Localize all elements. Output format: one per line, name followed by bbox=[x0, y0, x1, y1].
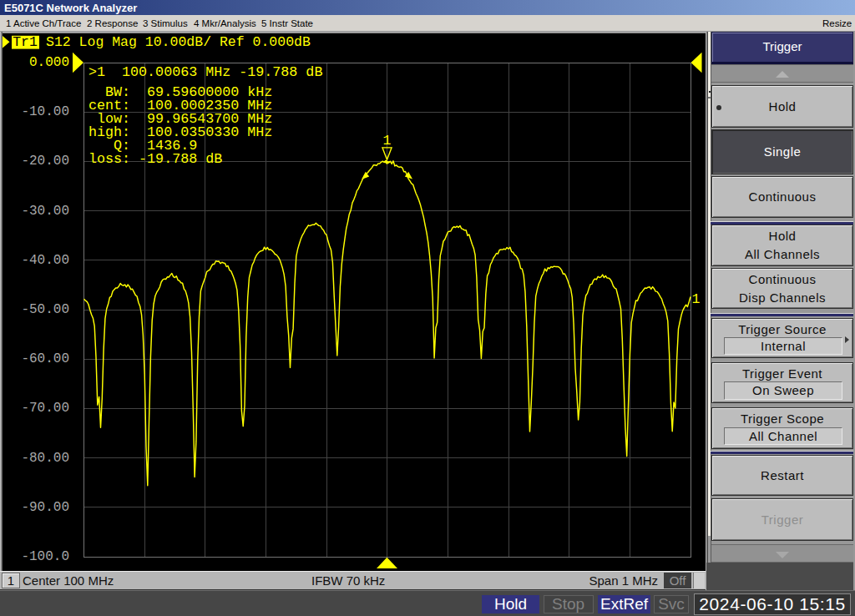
svg-text:-30.00: -30.00 bbox=[21, 204, 69, 219]
svg-text:>1 100.00063 MHz -19.788 dB: >1 100.00063 MHz -19.788 dB bbox=[89, 64, 322, 80]
svg-text:-70.00: -70.00 bbox=[21, 401, 69, 416]
svg-text:loss: -19.788 dB: loss: -19.788 dB bbox=[89, 151, 222, 167]
svg-text:-90.00: -90.00 bbox=[21, 500, 69, 515]
svg-text:-100.0: -100.0 bbox=[21, 549, 69, 564]
svg-text:Tr1: Tr1 bbox=[13, 34, 38, 50]
svg-text:-80.00: -80.00 bbox=[21, 451, 69, 466]
svg-text:S12 Log Mag 10.00dB/ Ref 0.000: S12 Log Mag 10.00dB/ Ref 0.000dB bbox=[46, 34, 311, 50]
svg-text:-10.00: -10.00 bbox=[21, 104, 69, 119]
svg-text:1: 1 bbox=[383, 133, 392, 149]
svg-text:-50.00: -50.00 bbox=[21, 302, 69, 317]
svg-text:-20.00: -20.00 bbox=[21, 154, 69, 169]
svg-text:0.000: 0.000 bbox=[29, 55, 69, 70]
svg-text:-60.00: -60.00 bbox=[21, 351, 69, 366]
svg-text:-40.00: -40.00 bbox=[21, 253, 69, 268]
svg-text:1: 1 bbox=[692, 291, 701, 307]
